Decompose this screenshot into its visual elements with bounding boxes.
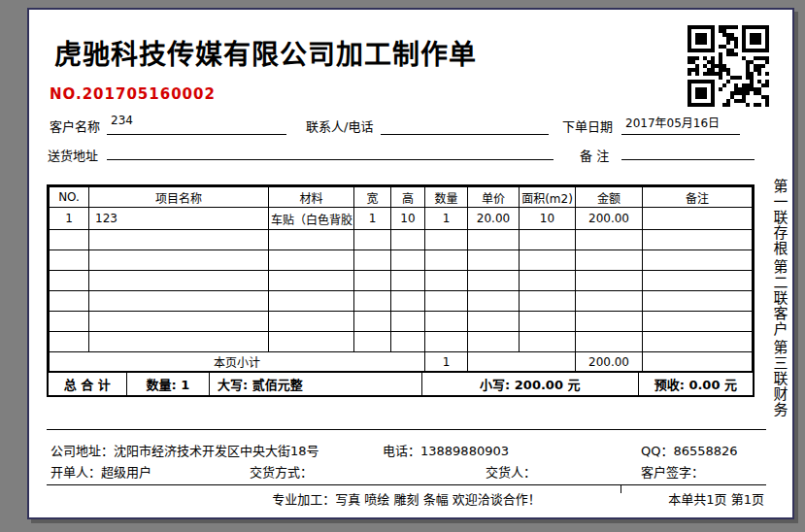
col-header-5: 数量 (425, 187, 468, 208)
col-header-6: 单价 (468, 187, 520, 208)
cell-2 (269, 312, 354, 332)
cell-4 (391, 250, 425, 271)
cell-7 (520, 250, 576, 271)
grand-total-prepaid: 预收: 0.00 元 (639, 373, 753, 395)
cell-7 (520, 271, 576, 291)
col-header-4: 高 (391, 187, 425, 208)
contact-phone-label: 联系人/电话 (306, 116, 373, 135)
col-header-0: NO. (50, 187, 89, 208)
table-row: 1123车贴（白色背胶110120.0010200.00 (50, 208, 753, 230)
cell-5 (425, 271, 468, 291)
cell-9 (643, 250, 753, 271)
remark-value (621, 139, 755, 160)
copy-label-stub: 第一联存根 (770, 179, 790, 256)
deliverer: 交货人： (486, 462, 536, 481)
page-subtotal-row: 本页小计 1 200.00 (50, 352, 753, 372)
footer-divider-bottom (47, 484, 766, 485)
delivery-address-label: 送货地址 (48, 146, 98, 164)
cell-5 (425, 250, 468, 271)
cell-6 (468, 271, 520, 291)
cell-6 (468, 230, 520, 250)
cell-1 (89, 291, 269, 312)
cell-2 (269, 271, 354, 291)
cell-0 (50, 332, 89, 352)
print-preview-page: 虎驰科技传媒有限公司加工制作单 NO.201705160002 客户名称 234… (27, 8, 794, 519)
cell-3 (354, 230, 391, 250)
cell-5: 1 (425, 208, 468, 230)
cell-7 (520, 332, 576, 352)
grand-total-amount-caps: 大写: 贰佰元整 (210, 373, 422, 395)
company-address: 公司地址：沈阳市经济技术开发区中央大街18号 (50, 441, 319, 459)
cell-9 (643, 291, 753, 312)
table-header-row: NO.项目名称材料宽高数量单价面积(m2)金额备注 (50, 187, 753, 208)
cell-8: 200.00 (576, 208, 643, 230)
cell-5 (425, 230, 468, 250)
page-subtotal-label: 本页小计 (50, 352, 425, 372)
col-header-9: 备注 (643, 187, 753, 208)
delivery-method: 交货方式： (250, 462, 313, 481)
page-subtotal-remark (643, 352, 753, 372)
table-empty-row (50, 271, 753, 291)
cell-3 (354, 250, 391, 271)
cell-1 (89, 332, 269, 352)
cell-2 (269, 291, 354, 312)
cell-0: 1 (50, 208, 89, 230)
cell-1: 123 (89, 208, 269, 230)
cell-6 (468, 332, 520, 352)
page-subtotal-spacer (468, 352, 576, 372)
cell-4 (391, 332, 425, 352)
cell-4: 10 (391, 208, 425, 230)
cell-6 (468, 312, 520, 332)
cell-3 (354, 291, 391, 312)
cell-1 (89, 230, 269, 250)
cell-1 (89, 250, 269, 271)
cell-2 (269, 250, 354, 271)
cell-5 (425, 291, 468, 312)
cell-1 (89, 271, 269, 291)
cell-9 (643, 208, 753, 230)
col-header-1: 项目名称 (89, 187, 269, 208)
cell-8 (576, 312, 643, 332)
page-title: 虎驰科技传媒有限公司加工制作单 (54, 33, 477, 72)
col-header-3: 宽 (354, 187, 391, 208)
grand-total-qty: 数量: 1 (127, 373, 211, 395)
cell-4 (391, 312, 425, 332)
page-info: 本单共1页 第1页 (621, 489, 764, 508)
copy-labels-strip: 第一联存根 第二联客户 第三联财务 (769, 179, 790, 417)
cell-8 (576, 250, 643, 271)
delivery-address-value (107, 139, 553, 160)
grand-total-row: 总 合 计 数量: 1 大写: 贰佰元整 小写: 200.00 元 预收: 0.… (49, 372, 753, 395)
cell-9 (643, 312, 753, 332)
cell-6 (468, 250, 520, 271)
customer-name-value: 234 (107, 114, 286, 135)
cell-1 (89, 312, 269, 332)
order-date-value: 2017年05月16日 (621, 114, 740, 135)
items-table: NO.项目名称材料宽高数量单价面积(m2)金额备注 1123车贴（白色背胶110… (47, 184, 755, 397)
cell-7 (520, 230, 576, 250)
cell-9 (643, 230, 753, 250)
cell-8 (576, 291, 643, 312)
copy-label-finance: 第三联财务 (770, 340, 790, 417)
col-header-8: 金额 (576, 187, 643, 208)
table-empty-row (50, 291, 753, 312)
cell-5 (425, 332, 468, 352)
cell-4 (391, 271, 425, 291)
cell-6 (468, 291, 520, 312)
cell-3 (354, 271, 391, 291)
order-number: NO.201705160002 (50, 85, 216, 103)
remark-label: 备 注 (580, 146, 609, 164)
issuer: 开单人：超级用户 (50, 462, 151, 481)
qr-code-icon (688, 25, 769, 107)
cell-7 (520, 291, 576, 312)
cell-7: 10 (520, 208, 576, 230)
cell-3 (354, 312, 391, 332)
col-header-7: 面积(m2) (520, 187, 576, 208)
cell-0 (50, 291, 89, 312)
page-subtotal-qty: 1 (425, 352, 468, 372)
footer-divider-top (47, 429, 766, 430)
col-header-2: 材料 (269, 187, 354, 208)
table-empty-row (50, 312, 753, 332)
cell-9 (643, 332, 753, 352)
page-subtotal-amount: 200.00 (576, 352, 643, 372)
cell-7 (520, 312, 576, 332)
